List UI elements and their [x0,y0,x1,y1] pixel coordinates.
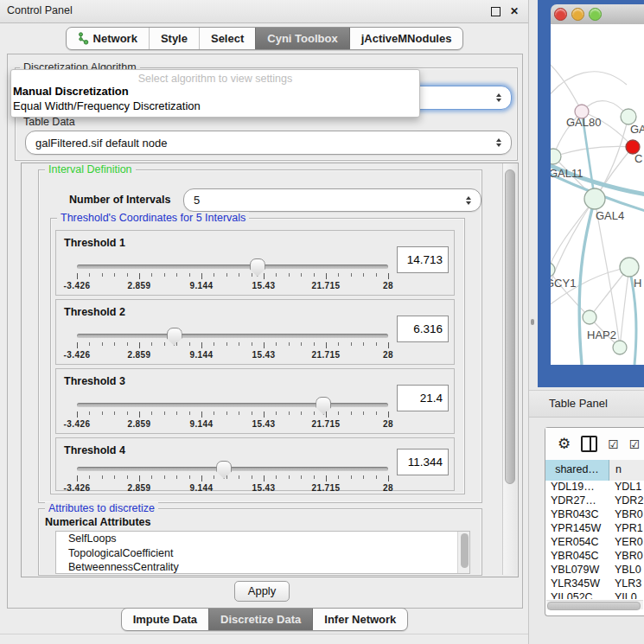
numerical-attributes-list[interactable]: SelfLoopsTopologicalCoefficientBetweenne… [55,531,470,574]
popup-item-manual-discretization[interactable]: Manual Discretization [11,85,419,99]
checkbox-icon[interactable]: ☑ [629,437,641,451]
table-cell[interactable]: YIL0 [609,591,644,599]
tick-label: 15.43 [252,483,275,493]
table-cell[interactable]: YPR145W [545,522,609,536]
slider-track[interactable] [77,467,388,471]
table-cell[interactable]: YER054C [545,536,609,550]
column-header-shared[interactable]: shared… [545,460,609,481]
network-node[interactable] [620,258,639,277]
table-cell[interactable]: YBR045C [545,550,609,564]
tab-network[interactable]: Network [67,28,149,49]
close-traffic-light-icon[interactable] [554,8,567,21]
threshold-value-field[interactable]: 14.713 [397,246,449,273]
split-columns-icon[interactable] [581,436,597,452]
list-item[interactable]: SelfLoops [56,532,469,546]
table-row[interactable]: YER054CYER0 [545,536,644,550]
network-node[interactable] [613,341,627,354]
network-view[interactable]: GAL80GACGAL11GAL4GCY1HHAP2 [551,24,644,365]
table-cell[interactable]: YIL052C [545,591,609,599]
table-data-combobox[interactable]: galFiltered.sif default node [25,131,512,155]
table-cell[interactable]: YBL079W [545,564,609,577]
slider-track[interactable] [77,334,388,338]
table-row[interactable]: YDR27…YDR2 [545,494,644,508]
table-cell[interactable]: YLR3 [609,577,644,591]
table-cell[interactable]: YDR27… [545,494,609,508]
tick-label: 15.43 [252,350,275,360]
table-cell[interactable]: YBR0 [609,550,644,564]
table-row[interactable]: YPR145WYPR1 [545,522,644,536]
slider-tick-labels: -3.4262.8599.14415.4321.71528 [77,483,388,493]
table-cell[interactable]: YBR0 [609,508,644,522]
panel-divider[interactable] [528,0,529,644]
tab-cyni-toolbox[interactable]: Cyni Toolbox [255,28,348,49]
table-cell[interactable]: YDL19… [545,481,609,494]
tab-infer-network[interactable]: Infer Network [312,609,407,630]
list-item[interactable]: BetweennessCentrality [56,560,469,574]
threshold-value-field[interactable]: 11.344 [397,449,449,475]
threshold-value-field[interactable]: 21.4 [397,385,449,411]
tab-select[interactable]: Select [199,28,255,49]
slider-track[interactable] [77,265,388,269]
tick-label: 21.715 [312,350,341,360]
network-node[interactable] [583,310,596,324]
horizontal-scrollbar[interactable] [546,600,643,609]
list-item[interactable]: TopologicalCoefficient [56,546,469,561]
checkbox-icon[interactable]: ☑ [608,437,619,451]
scrollbar-thumb[interactable] [505,169,515,484]
close-icon[interactable]: ✕ [510,5,519,17]
table-cell[interactable]: YDL1 [609,481,644,494]
table-cell[interactable]: YDR2 [609,494,644,508]
threshold-slider[interactable]: -3.4262.8599.14415.4321.71528 [77,257,388,293]
control-panel-titlebar[interactable]: Control Panel ✕ [0,0,529,23]
zoom-traffic-light-icon[interactable] [589,8,602,21]
tab-jactivemnodules[interactable]: jActiveMNodules [349,28,463,49]
gear-icon[interactable]: ⚙ [558,437,571,451]
slider-ticks [77,272,388,280]
scrollbar-thumb[interactable] [461,533,469,568]
table-cell[interactable]: YPR1 [609,522,644,536]
table-row[interactable]: YBR045CYBR0 [545,550,644,564]
tick-mark [127,342,128,346]
table-cell[interactable]: YER0 [609,536,644,550]
slider-track[interactable] [77,403,388,407]
network-node[interactable] [584,188,605,209]
network-node[interactable] [551,149,561,164]
nodes[interactable] [551,105,640,354]
threshold-value-field[interactable]: 6.316 [397,316,449,342]
network-node[interactable] [551,263,555,277]
splitter-handle[interactable] [531,319,534,325]
minimize-traffic-light-icon[interactable] [571,8,584,21]
scrollbar-thumb[interactable] [547,602,641,610]
float-window-icon[interactable] [491,7,501,16]
node-label: GA [630,123,644,136]
column-header-name[interactable]: n [609,460,644,481]
table-cell[interactable]: YBR043C [545,508,609,522]
tab-discretize-data[interactable]: Discretize Data [208,609,312,630]
list-scrollbar[interactable] [457,532,469,573]
tab-style[interactable]: Style [149,28,199,49]
table-row[interactable]: YBL079WYBL0 [545,564,644,577]
table-header-row: shared… n [545,460,644,481]
table-row[interactable]: YBR043CYBR0 [545,508,644,522]
table-cell[interactable]: YBL0 [609,564,644,577]
tick-mark [351,475,352,479]
tick-mark [301,475,302,479]
table-cell[interactable]: YLR345W [545,577,609,591]
table-row[interactable]: YDL19…YDL1 [545,481,644,494]
threshold-slider[interactable]: -3.4262.8599.14415.4321.71528 [77,459,388,495]
vertical-scrollbar[interactable] [502,163,517,575]
table-row[interactable]: YIL052CYIL0 [545,591,644,599]
apply-button[interactable]: Apply [234,581,290,602]
threshold-slider[interactable]: -3.4262.8599.14415.4321.71528 [77,326,388,362]
tick-mark [376,411,377,415]
threshold-slider[interactable]: -3.4262.8599.14415.4321.71528 [77,395,388,431]
table-row[interactable]: YLR345WYLR3 [545,577,644,591]
node-label: C [634,152,642,165]
popup-item-equal-width[interactable]: Equal Width/Frequency Discretization [11,99,419,114]
tick-mark [164,475,165,479]
number-of-intervals-combobox[interactable]: 5 [183,188,481,212]
tab-label: Impute Data [133,609,197,630]
tab-impute-data[interactable]: Impute Data [122,609,208,630]
tick-label: 9.144 [189,281,213,290]
table-panel-titlebar[interactable]: Table Panel [529,390,644,418]
